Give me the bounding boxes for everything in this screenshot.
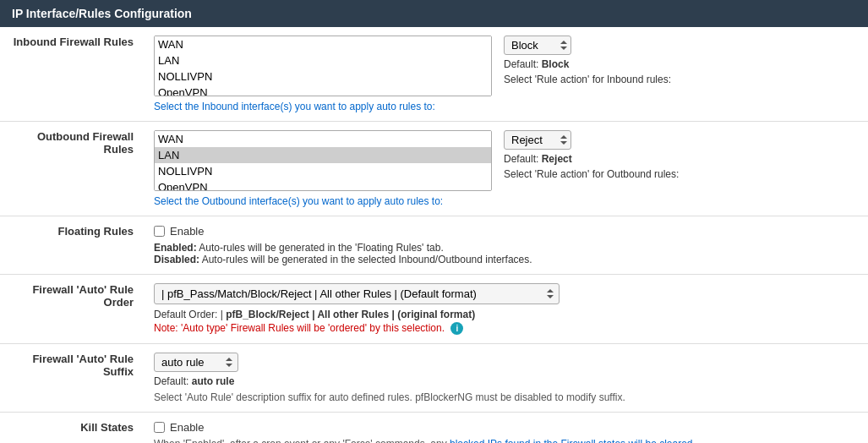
- rule-suffix-default-text: Default: auto rule: [154, 375, 858, 387]
- page-title-text: IP Interface/Rules Configuration: [12, 7, 192, 20]
- floating-row: Floating Rules Enable Enabled: Auto-rule…: [0, 216, 868, 275]
- kill-states-checkbox[interactable]: [154, 422, 165, 433]
- outbound-default-value: Reject: [542, 153, 572, 165]
- inbound-option-lan[interactable]: LAN: [155, 52, 491, 68]
- outbound-option-openvpn[interactable]: OpenVPN: [155, 179, 491, 191]
- kill-states-info: When 'Enabled', after a cron event or an…: [154, 438, 858, 443]
- kill-states-checkbox-row: Enable: [154, 421, 858, 434]
- rule-order-default-text: Default Order: | pfB_Block/Reject | All …: [154, 309, 858, 320]
- inbound-helper-text: Select the Inbound interface(s) you want…: [154, 101, 858, 112]
- inbound-label: Inbound Firewall Rules: [0, 27, 144, 122]
- outbound-option-nollivpn[interactable]: NOLLIVPN: [155, 163, 491, 179]
- rule-order-default-value: pfB_Block/Reject | All other Rules | (or…: [226, 309, 475, 320]
- outbound-helper-text: Select the Outbound interface(s) you wan…: [154, 195, 858, 207]
- inbound-content: WAN LAN NOLLIVPN OpenVPN Block Reject Al…: [144, 27, 868, 122]
- outbound-interface-select[interactable]: WAN LAN NOLLIVPN OpenVPN: [154, 130, 492, 191]
- outbound-content: WAN LAN NOLLIVPN OpenVPN Block Reject Al…: [144, 122, 868, 216]
- floating-disabled-desc: Auto-rules will be generated in the sele…: [202, 254, 532, 265]
- page-wrapper: IP Interface/Rules Configuration Inbound…: [0, 0, 868, 443]
- rule-order-row: Firewall 'Auto' Rule Order | pfB_Pass/Ma…: [0, 275, 868, 344]
- floating-disabled-bold: Disabled:: [154, 254, 199, 265]
- floating-checkbox-row: Enable: [154, 225, 858, 238]
- floating-content: Enable Enabled: Auto-rules will be gener…: [144, 216, 868, 275]
- inbound-action-select[interactable]: Block Reject Allow: [504, 36, 571, 55]
- rule-order-note: Note: 'Auto type' Firewall Rules will be…: [154, 322, 858, 335]
- panel-title: IP Interface/Rules Configuration: [0, 0, 868, 27]
- inbound-default-value: Block: [542, 58, 570, 70]
- outbound-label: Outbound Firewall Rules: [0, 122, 144, 216]
- kill-states-row: Kill States Enable When 'Enabled', after…: [0, 413, 868, 443]
- floating-info: Enabled: Auto-rules will be generated in…: [154, 242, 858, 265]
- kill-states-blue-text: blocked IPs found in the Firewall states…: [450, 438, 696, 443]
- outbound-action-select[interactable]: Block Reject Allow: [504, 130, 571, 150]
- rule-suffix-default-value: auto rule: [192, 375, 235, 387]
- outbound-row: Outbound Firewall Rules WAN LAN NOLLIVPN…: [0, 122, 868, 216]
- config-table: Inbound Firewall Rules WAN LAN NOLLIVPN …: [0, 27, 868, 443]
- rule-order-label: Firewall 'Auto' Rule Order: [0, 275, 144, 344]
- info-icon[interactable]: i: [450, 322, 463, 335]
- outbound-option-wan[interactable]: WAN: [155, 131, 491, 147]
- rule-suffix-row: Firewall 'Auto' Rule Suffix auto rule De…: [0, 344, 868, 413]
- inbound-option-nollivpn[interactable]: NOLLIVPN: [155, 68, 491, 85]
- outbound-controls: WAN LAN NOLLIVPN OpenVPN Block Reject Al…: [154, 130, 858, 191]
- inbound-controls: WAN LAN NOLLIVPN OpenVPN Block Reject Al…: [154, 36, 858, 96]
- floating-checkbox-label: Enable: [170, 225, 204, 238]
- inbound-option-wan[interactable]: WAN: [155, 36, 491, 52]
- inbound-interface-select[interactable]: WAN LAN NOLLIVPN OpenVPN: [154, 36, 492, 96]
- rule-suffix-select[interactable]: auto rule: [154, 353, 238, 372]
- outbound-side-control: Block Reject Allow Default: Reject Selec…: [504, 130, 679, 180]
- rule-suffix-description: Select 'Auto Rule' description suffix fo…: [154, 391, 858, 403]
- floating-enabled-desc: Auto-rules will be generated in the 'Flo…: [199, 242, 443, 254]
- inbound-select-rule-text: Select 'Rule action' for Inbound rules:: [504, 74, 671, 85]
- inbound-side-control: Block Reject Allow Default: Block Select…: [504, 36, 671, 85]
- rule-suffix-content: auto rule Default: auto rule Select 'Aut…: [144, 344, 868, 413]
- kill-states-checkbox-label: Enable: [170, 421, 204, 434]
- kill-states-content: Enable When 'Enabled', after a cron even…: [144, 413, 868, 443]
- floating-label: Floating Rules: [0, 216, 144, 275]
- outbound-option-lan[interactable]: LAN: [155, 147, 491, 163]
- floating-checkbox[interactable]: [154, 226, 165, 237]
- outbound-select-rule-text: Select 'Rule action' for Outbound rules:: [504, 168, 679, 180]
- inbound-default-text: Default: Block: [504, 58, 671, 70]
- inbound-option-openvpn[interactable]: OpenVPN: [155, 85, 491, 96]
- rule-order-content: | pfB_Pass/Match/Block/Reject | All othe…: [144, 275, 868, 344]
- rule-order-select[interactable]: | pfB_Pass/Match/Block/Reject | All othe…: [154, 283, 560, 304]
- floating-enabled-bold: Enabled:: [154, 242, 197, 254]
- outbound-default-text: Default: Reject: [504, 153, 679, 165]
- kill-states-label: Kill States: [0, 413, 144, 443]
- rule-suffix-label: Firewall 'Auto' Rule Suffix: [0, 344, 144, 413]
- inbound-row: Inbound Firewall Rules WAN LAN NOLLIVPN …: [0, 27, 868, 122]
